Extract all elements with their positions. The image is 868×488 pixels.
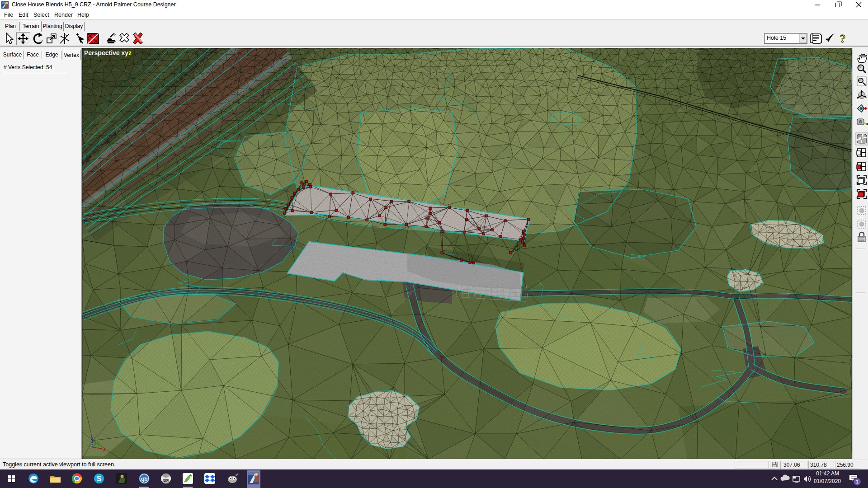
svg-text:?: ? — [840, 33, 846, 45]
svg-text:qb: qb — [141, 476, 148, 482]
svg-text:1: 1 — [856, 479, 859, 484]
svg-text:01:42 AM: 01:42 AM — [816, 470, 839, 477]
svg-text:y: y — [97, 440, 100, 445]
svg-text:Perspective xyz: Perspective xyz — [84, 49, 132, 56]
svg-text:PRO: PRO — [163, 479, 169, 482]
svg-text:x: x — [103, 447, 106, 452]
svg-text:z: z — [91, 436, 94, 441]
svg-text:Hole 15: Hole 15 — [767, 35, 786, 41]
svg-text:S: S — [97, 475, 102, 483]
svg-text:01/07/2020: 01/07/2020 — [814, 478, 841, 484]
